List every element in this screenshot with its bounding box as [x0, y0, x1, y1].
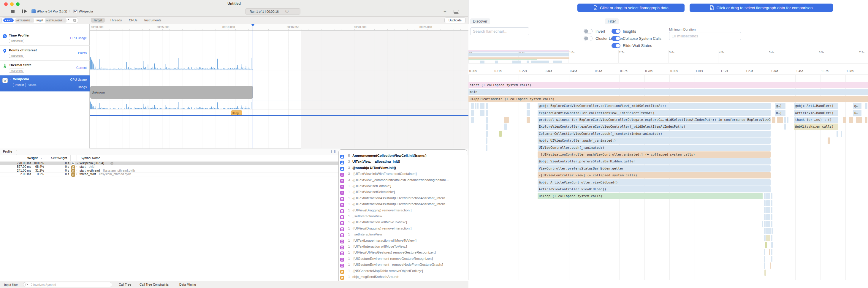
flame-frame-small[interactable]: [777, 117, 783, 123]
display-settings-icon[interactable]: [454, 10, 459, 14]
instrument-row-points-of-interest[interactable]: Points of InterestInstrumentPoints: [0, 46, 90, 61]
disclosure-icon[interactable]: ⌄: [76, 162, 79, 164]
stop-icon[interactable]: [11, 10, 14, 13]
flame-frame-small[interactable]: [504, 124, 507, 130]
flame-frame-small[interactable]: [784, 117, 786, 123]
flame-frame-small[interactable]: [771, 242, 773, 248]
col-self-weight[interactable]: Self Weight: [51, 156, 67, 160]
flame-frame[interactable]: UIViewController.push(_:animated:): [537, 145, 771, 151]
minimum-duration-input[interactable]: [669, 32, 741, 40]
inspector-toggle-icon[interactable]: [331, 150, 336, 153]
flame-frame-small[interactable]: [766, 235, 770, 241]
flame-frame-small[interactable]: [504, 117, 509, 123]
flame-frame-small[interactable]: [849, 117, 853, 123]
flame-frame-small[interactable]: [764, 214, 766, 220]
flame-frame-small[interactable]: [527, 103, 530, 109]
stack-list-item[interactable]: 3-[UITextView _commonInitWithTextContain…: [339, 178, 467, 184]
flame-frame-small[interactable]: [766, 228, 770, 234]
col-symbol-name[interactable]: Symbol Name: [81, 156, 100, 160]
add-instrument-icon[interactable]: +: [443, 9, 446, 14]
flame-frame-small[interactable]: [770, 228, 771, 234]
flame-frame-small[interactable]: [477, 103, 478, 109]
flame-frame-small[interactable]: [764, 249, 765, 255]
flame-frame[interactable]: ViewController.prefersStatusBarHidden.ge…: [537, 165, 771, 171]
instrument-row-thermal-state[interactable]: Thermal StateInstrumentCurrent: [0, 61, 90, 75]
flame-frame-small[interactable]: [471, 110, 474, 116]
flame-frame-small[interactable]: [486, 137, 488, 144]
flame-frame[interactable]: UIApplicationMain (+ collapsed system ca…: [468, 96, 868, 102]
duplicate-button[interactable]: Duplicate: [444, 18, 466, 23]
call-tree-row[interactable]: 241.00 ms31.2%0 s›start_wqthread libsyst…: [0, 169, 338, 173]
flame-frame-small[interactable]: [764, 262, 765, 269]
flame-frame-small[interactable]: [764, 193, 766, 199]
select-flamegraph-data-button[interactable]: Click or drag to select flamegraph data: [578, 4, 685, 12]
any-filter-pill[interactable]: ▼ANY: [3, 19, 14, 22]
flame-frame[interactable]: @…): [775, 103, 785, 109]
flame-frame-small[interactable]: [527, 117, 530, 123]
stack-list-item[interactable]: 3@nonobjc UITextView.init(): [339, 166, 467, 172]
disclosure-chevron-icon[interactable]: ›: [9, 78, 10, 81]
flame-frame-small[interactable]: [486, 131, 488, 137]
flame-frame-small[interactable]: [527, 110, 530, 116]
call-tree-row[interactable]: 770.00 ms100.0%0 sW⌄Wikipedia (90794)→: [0, 162, 338, 165]
cluster-libraries-toggle[interactable]: [584, 36, 592, 41]
flame-frame-small[interactable]: [828, 137, 830, 144]
flame-frame-small[interactable]: [764, 207, 766, 213]
flame-frame[interactable]: @objc UIViewController.push(_:animated:): [537, 137, 771, 144]
tab-target[interactable]: Target: [91, 18, 105, 23]
thermal-state-span[interactable]: Unknown: [90, 86, 253, 99]
attribute-token[interactable]: ATTRIBUTE ⌄: [15, 19, 34, 23]
disclosure-icon[interactable]: ›: [76, 172, 77, 175]
instrument-token[interactable]: INSTRUMENT ⌄: [45, 19, 66, 23]
playhead[interactable]: [253, 24, 253, 149]
stack-list-item[interactable]: 1_setInteractionView: [339, 214, 467, 220]
stack-list-item[interactable]: 1-[UIGestureEnvironment removeGestureRec…: [339, 257, 467, 263]
flame-frame-small[interactable]: [841, 131, 842, 137]
call-tree-row[interactable]: 527.00 ms68.4%0 s›start dyld: [0, 165, 338, 169]
flame-frame-small[interactable]: [771, 193, 772, 199]
stack-list-item[interactable]: 1objc_msgSend$rehashAround:: [339, 275, 467, 281]
flame-frame-small[interactable]: [771, 256, 772, 262]
instrument-row-time-profiler[interactable]: Time ProfilerInstrumentCPU Usage: [0, 31, 90, 46]
flame-frame-small[interactable]: [771, 235, 772, 241]
flame-frame[interactable]: ExploreViewController.exploreCardViewCon…: [537, 124, 771, 130]
flame-frame-small[interactable]: [772, 228, 773, 234]
flame-frame[interactable]: @objc ExploreCardViewController.collecti…: [537, 103, 771, 109]
call-tree-constraints-button[interactable]: Call Tree Constraints: [140, 283, 168, 286]
flame-frame[interactable]: protocol witness for ExploreCardViewCont…: [537, 117, 771, 123]
flame-frame-small[interactable]: [771, 249, 772, 255]
detail-kind-label[interactable]: Profile: [3, 150, 12, 153]
disclosure-icon[interactable]: ›: [76, 169, 77, 172]
collapse-system-calls-toggle[interactable]: [612, 36, 620, 41]
flame-frame-small[interactable]: [486, 145, 488, 151]
data-mining-button[interactable]: Data Mining: [179, 283, 196, 286]
flame-frame-small[interactable]: [765, 242, 767, 248]
stack-list-item[interactable]: 1-[UITextView setSelectable:]: [339, 190, 467, 196]
invert-toggle[interactable]: [584, 29, 592, 34]
flame-frame-small[interactable]: [764, 221, 766, 227]
flame-frame[interactable]: usleep (+ collapsed system calls): [537, 193, 763, 199]
info-icon[interactable]: ⓘ: [285, 9, 288, 14]
flame-frame-small[interactable]: [837, 131, 838, 137]
stack-list-item[interactable]: 1-[UITextInteractionAssistant(UITextInte…: [339, 202, 467, 208]
flame-frame-small[interactable]: [480, 103, 485, 109]
search-flamechart-input[interactable]: [470, 27, 529, 35]
elide-wait-states-toggle[interactable]: [612, 43, 620, 48]
flame-frame[interactable]: WebKit::Na…em calls): [794, 124, 838, 130]
compare-flamegraph-data-button[interactable]: Click or drag to select flamegraph data …: [690, 4, 833, 12]
stack-list-item[interactable]: 3-[UITextView initWithFrame:textContaine…: [339, 172, 467, 178]
filter-funnel-icon[interactable]: ▼⌄: [25, 283, 32, 286]
flame-frame-small[interactable]: [762, 221, 763, 227]
flame-frame-small[interactable]: [480, 110, 485, 116]
flame-frame[interactable]: @objc ViewController.prefersStatusBarHid…: [537, 158, 771, 164]
flame-frame[interactable]: @objc Arti…Handler:): [794, 103, 838, 109]
stack-list-item[interactable]: 5AnnouncementCollectionViewCell.init(fra…: [339, 154, 467, 160]
stack-list-item[interactable]: 1-[UIView(UIViewGestures) removeGestureR…: [339, 251, 467, 257]
disclosure-icon[interactable]: ›: [76, 165, 77, 168]
flame-frame-small[interactable]: [771, 207, 772, 213]
flame-frame-small[interactable]: [764, 200, 766, 206]
stack-list-item[interactable]: 1-[UITextInteraction willMoveToView:]: [339, 220, 467, 226]
detail-kind-chevrons-icon[interactable]: ⌃⌄: [16, 150, 18, 155]
flame-frame-small[interactable]: [499, 131, 502, 137]
instrument-row-wikipedia[interactable]: W›WikipediaProcess90794CPU UsageHangs: [0, 75, 90, 91]
